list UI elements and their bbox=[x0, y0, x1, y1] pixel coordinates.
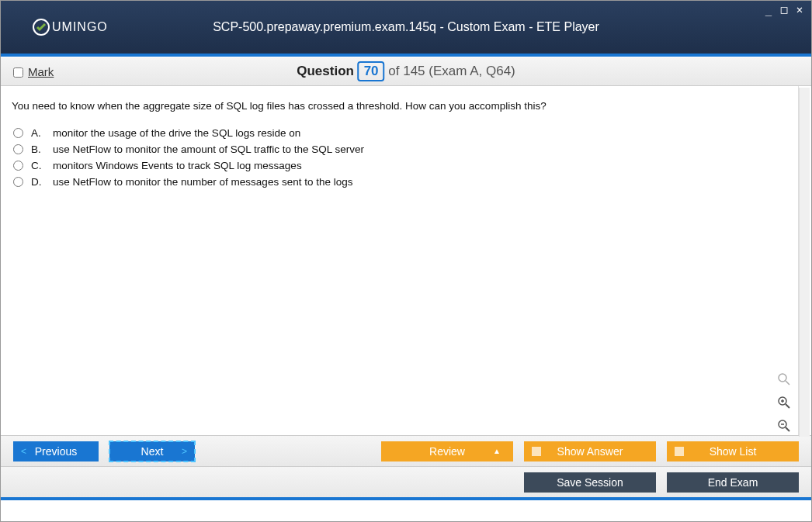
chevron-right-icon: > bbox=[182, 446, 187, 457]
app-logo: UMINGO bbox=[32, 18, 108, 36]
answer-letter: A. bbox=[31, 127, 45, 139]
square-icon bbox=[675, 447, 684, 456]
show-list-label: Show List bbox=[710, 445, 757, 458]
answer-option[interactable]: D. use NetFlow to monitor the number of … bbox=[12, 176, 787, 188]
answer-letter: B. bbox=[31, 143, 45, 155]
answer-option[interactable]: A. monitor the usage of the drive the SQ… bbox=[12, 127, 787, 139]
window-title: SCP-500.prepaway.premium.exam.145q - Cus… bbox=[213, 20, 599, 34]
question-bar: Mark Question 70 of 145 (Exam A, Q64) bbox=[1, 57, 811, 86]
svg-line-2 bbox=[786, 381, 789, 385]
question-label: Question bbox=[297, 64, 354, 78]
minimize-icon[interactable]: _ bbox=[763, 4, 774, 15]
answer-radio[interactable] bbox=[13, 177, 23, 187]
answer-radio[interactable] bbox=[13, 161, 23, 171]
answer-text: use NetFlow to monitor the amount of SQL… bbox=[53, 143, 364, 155]
end-exam-button[interactable]: End Exam bbox=[667, 472, 799, 493]
zoom-out-icon[interactable] bbox=[776, 417, 793, 434]
review-button[interactable]: Review ▲ bbox=[381, 441, 513, 462]
answer-radio[interactable] bbox=[13, 144, 23, 154]
accent-strip-bottom bbox=[1, 497, 811, 500]
window-controls: _ □ ✕ bbox=[763, 4, 805, 15]
save-session-button[interactable]: Save Session bbox=[524, 472, 656, 493]
review-label: Review bbox=[429, 445, 465, 458]
chevron-left-icon: < bbox=[21, 446, 26, 457]
show-answer-label: Show Answer bbox=[557, 445, 623, 458]
answer-option[interactable]: B. use NetFlow to monitor the amount of … bbox=[12, 143, 787, 155]
question-number: 70 bbox=[358, 61, 385, 81]
next-button[interactable]: Next > bbox=[109, 441, 195, 462]
maximize-icon[interactable]: □ bbox=[779, 4, 789, 15]
answer-text: monitor the usage of the drive the SQL l… bbox=[53, 127, 300, 139]
content-area: You need to know when the aggregate size… bbox=[1, 86, 799, 435]
bottom-bar: Save Session End Exam bbox=[1, 466, 811, 497]
answer-text: use NetFlow to monitor the number of mes… bbox=[53, 176, 352, 188]
answer-letter: D. bbox=[31, 176, 45, 188]
previous-button[interactable]: < Previous bbox=[13, 441, 99, 462]
logo-text: UMINGO bbox=[52, 20, 108, 34]
next-label: Next bbox=[141, 445, 164, 458]
mark-label[interactable]: Mark bbox=[28, 65, 54, 78]
question-counter: Question 70 of 145 (Exam A, Q64) bbox=[297, 61, 515, 81]
mark-checkbox[interactable] bbox=[13, 67, 23, 78]
question-total: of 145 (Exam A, Q64) bbox=[388, 64, 515, 78]
zoom-controls bbox=[776, 371, 793, 434]
svg-line-4 bbox=[786, 404, 789, 408]
previous-label: Previous bbox=[35, 445, 77, 458]
titlebar: UMINGO SCP-500.prepaway.premium.exam.145… bbox=[1, 1, 811, 54]
svg-point-1 bbox=[779, 374, 786, 382]
zoom-in-icon[interactable] bbox=[776, 394, 793, 411]
close-icon[interactable]: ✕ bbox=[794, 4, 805, 15]
triangle-up-icon: ▲ bbox=[493, 447, 501, 455]
answer-option[interactable]: C. monitors Windows Events to track SQL … bbox=[12, 160, 787, 171]
question-text: You need to know when the aggregate size… bbox=[12, 100, 787, 112]
scrollbar[interactable] bbox=[799, 88, 810, 437]
show-list-button[interactable]: Show List bbox=[667, 441, 799, 462]
show-answer-button[interactable]: Show Answer bbox=[524, 441, 656, 462]
answer-radio[interactable] bbox=[13, 128, 23, 138]
answer-text: monitors Windows Events to track SQL log… bbox=[53, 160, 302, 171]
nav-bar: < Previous Next > Review ▲ Show Answer S… bbox=[1, 435, 811, 466]
zoom-reset-icon[interactable] bbox=[776, 371, 793, 388]
answers-list: A. monitor the usage of the drive the SQ… bbox=[12, 127, 787, 188]
answer-letter: C. bbox=[31, 160, 45, 171]
mark-checkbox-wrap[interactable]: Mark bbox=[13, 65, 54, 78]
checkmark-logo-icon bbox=[32, 18, 50, 36]
svg-line-8 bbox=[786, 427, 789, 431]
square-icon bbox=[532, 447, 541, 456]
